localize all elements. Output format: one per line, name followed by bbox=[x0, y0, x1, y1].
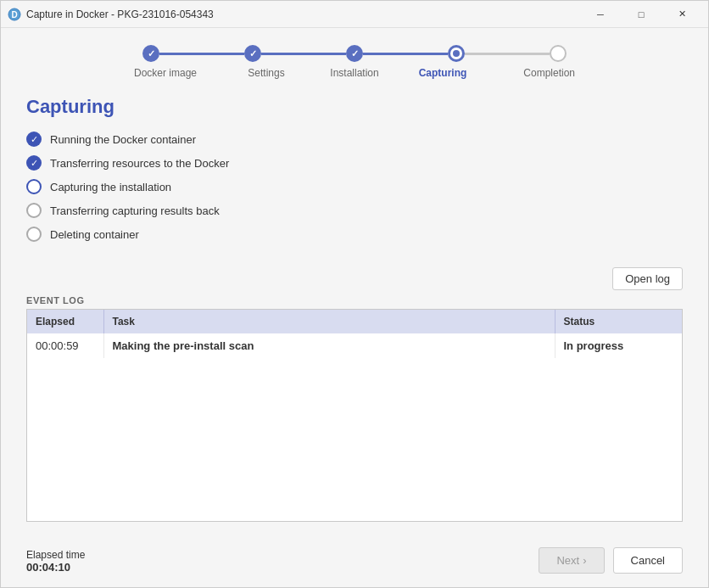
col-header-task: Task bbox=[103, 310, 555, 333]
task-label-5: Deleting container bbox=[50, 228, 139, 241]
maximize-button[interactable]: □ bbox=[622, 1, 661, 28]
col-header-elapsed: Elapsed bbox=[27, 310, 103, 333]
step-node-completion bbox=[550, 45, 567, 62]
task-status-icon-3 bbox=[26, 179, 42, 194]
step-node-capturing bbox=[448, 45, 465, 62]
footer: Elapsed time 00:04:10 Next › Cancel bbox=[1, 539, 708, 587]
task-status-icon-4 bbox=[26, 203, 42, 218]
elapsed-info: Elapsed time 00:04:10 bbox=[26, 549, 85, 574]
task-label-4: Transferring capturing results back bbox=[50, 204, 220, 217]
step-label-installation: Installation bbox=[310, 67, 399, 79]
titlebar: D Capture in Docker - PKG-231016-054343 … bbox=[1, 1, 708, 28]
task-list: ✓ Running the Docker container ✓ Transfe… bbox=[26, 132, 683, 250]
svg-text:D: D bbox=[11, 10, 17, 20]
content-area: ✓ ✓ ✓ bbox=[1, 28, 708, 539]
task-label-1: Running the Docker container bbox=[50, 133, 196, 146]
task-status-icon-5 bbox=[26, 227, 42, 242]
minimize-button[interactable]: ─ bbox=[581, 1, 620, 28]
step-line-1 bbox=[159, 53, 244, 55]
next-label: Next bbox=[556, 554, 579, 567]
step-node-settings: ✓ bbox=[244, 45, 261, 62]
window-controls: ─ □ ✕ bbox=[581, 1, 701, 28]
next-arrow-icon: › bbox=[583, 554, 586, 567]
elapsed-value: 00:04:10 bbox=[26, 561, 85, 574]
task-label-3: Capturing the installation bbox=[50, 181, 171, 193]
list-item: Transferring capturing results back bbox=[26, 203, 683, 218]
table-row: 00:00:59 Making the pre-install scan In … bbox=[27, 333, 682, 358]
event-log-section: EVENT LOG Elapsed Task Status 00:00:59 bbox=[26, 295, 683, 522]
step-active-dot bbox=[453, 50, 460, 57]
next-button[interactable]: Next › bbox=[539, 547, 604, 574]
col-header-status: Status bbox=[555, 310, 682, 333]
cell-elapsed: 00:00:59 bbox=[27, 333, 103, 358]
event-log-label: EVENT LOG bbox=[26, 295, 683, 305]
stepper: ✓ ✓ ✓ bbox=[26, 45, 683, 79]
step-line-2 bbox=[261, 53, 346, 55]
step-label-docker-image: Docker image bbox=[134, 67, 222, 79]
step-line-4 bbox=[465, 53, 550, 55]
task-status-icon-2: ✓ bbox=[26, 155, 42, 171]
app-icon: D bbox=[8, 8, 21, 21]
footer-buttons: Next › Cancel bbox=[539, 547, 683, 574]
page-title: Capturing bbox=[26, 96, 683, 118]
task-text: Making the pre-install scan bbox=[113, 339, 254, 352]
main-window: D Capture in Docker - PKG-231016-054343 … bbox=[0, 0, 709, 588]
cell-task: Making the pre-install scan bbox=[103, 333, 555, 358]
open-log-button[interactable]: Open log bbox=[612, 267, 683, 290]
event-log-table: Elapsed Task Status 00:00:59 Making the … bbox=[27, 310, 682, 358]
step-node-installation: ✓ bbox=[346, 45, 363, 62]
list-item: ✓ Running the Docker container bbox=[26, 132, 683, 147]
list-item: Deleting container bbox=[26, 227, 683, 242]
step-label-settings: Settings bbox=[222, 67, 310, 79]
step-label-completion: Completion bbox=[487, 67, 575, 79]
step-node-docker-image: ✓ bbox=[142, 45, 159, 62]
list-item: Capturing the installation bbox=[26, 179, 683, 194]
step-label-capturing: Capturing bbox=[399, 67, 487, 79]
open-log-row: Open log bbox=[26, 267, 683, 290]
table-header-row: Elapsed Task Status bbox=[27, 310, 682, 333]
stepper-labels: Docker image Settings Installation Captu… bbox=[142, 67, 567, 79]
cancel-button[interactable]: Cancel bbox=[613, 547, 683, 574]
elapsed-label: Elapsed time bbox=[26, 549, 85, 561]
close-button[interactable]: ✕ bbox=[662, 1, 701, 28]
task-status-icon-1: ✓ bbox=[26, 132, 42, 147]
step-line-3 bbox=[363, 53, 448, 55]
cell-status: In progress bbox=[555, 333, 682, 358]
list-item: ✓ Transferring resources to the Docker bbox=[26, 155, 683, 171]
task-label-2: Transferring resources to the Docker bbox=[50, 157, 229, 170]
stepper-track: ✓ ✓ ✓ bbox=[142, 45, 567, 62]
window-title: Capture in Docker - PKG-231016-054343 bbox=[26, 8, 581, 20]
event-log-table-wrapper: Elapsed Task Status 00:00:59 Making the … bbox=[26, 309, 683, 522]
